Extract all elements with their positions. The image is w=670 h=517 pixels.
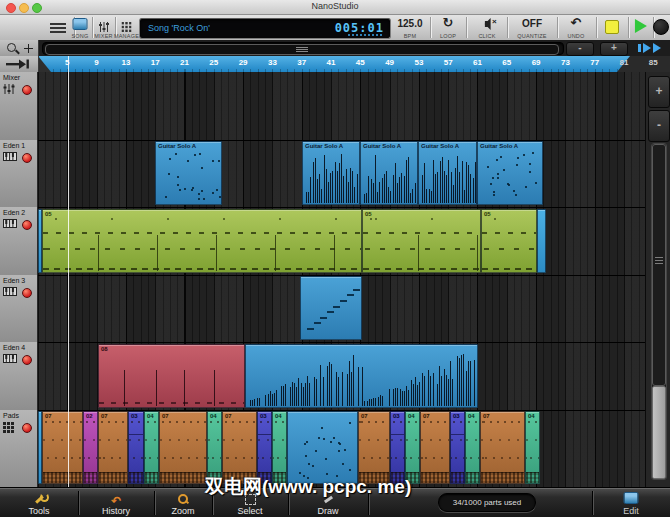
clip-04[interactable]: 04 <box>525 411 540 484</box>
clip-08[interactable]: 08 <box>98 344 245 408</box>
note-line <box>324 155 325 203</box>
clip-guitar-solo-a[interactable]: Guitar Solo A <box>155 141 222 205</box>
undo-button[interactable]: ↶ UNDO <box>558 15 594 40</box>
note-line <box>408 390 409 406</box>
pattern-mid-line <box>451 434 464 435</box>
clip-03[interactable]: 03 <box>128 411 144 484</box>
clip-guitar-solo-a[interactable]: Guitar Solo A <box>302 141 360 205</box>
track-header-eden-3[interactable]: Eden 3 <box>0 275 38 344</box>
clip-05[interactable]: 05 <box>362 209 481 273</box>
note-line <box>320 365 321 405</box>
midi-note-dot <box>179 189 181 191</box>
h-scrollbar-track[interactable] <box>42 42 564 55</box>
clip-05[interactable]: 05 <box>42 209 362 273</box>
clip-blue[interactable] <box>245 344 478 408</box>
clip-04[interactable]: 04 <box>144 411 159 484</box>
h-scrollbar-thumb[interactable] <box>45 44 559 55</box>
note-line <box>466 162 467 203</box>
note-line <box>457 356 458 405</box>
record-arm-button[interactable] <box>22 85 32 95</box>
note-step <box>307 328 314 330</box>
midi-note-dot <box>529 163 531 165</box>
midi-note-dot <box>490 183 492 185</box>
record-arm-button[interactable] <box>22 288 32 298</box>
clip-label: 04 <box>147 413 154 419</box>
clip-blue[interactable] <box>300 276 362 340</box>
clip-label: 07 <box>101 413 108 419</box>
clip-guitar-solo-a[interactable]: Guitar Solo A <box>418 141 477 205</box>
track-header-mixer[interactable]: Mixer <box>0 72 38 141</box>
note-line <box>470 174 471 203</box>
track-header-eden-2[interactable]: Eden 2 <box>0 207 38 276</box>
record-arm-button[interactable] <box>22 220 32 230</box>
track-header-pads[interactable]: Pads <box>0 410 38 489</box>
stop-button[interactable] <box>598 15 626 40</box>
v-zoom-out-button[interactable]: - <box>648 110 670 142</box>
clip-02[interactable]: 02 <box>83 411 98 484</box>
clip-guitar-solo-a[interactable]: Guitar Solo A <box>477 141 543 205</box>
note-line <box>379 182 380 203</box>
zoom-tool-cell[interactable] <box>0 40 39 57</box>
note-line <box>301 383 302 405</box>
note-line <box>352 171 353 203</box>
h-zoom-in-button[interactable]: + <box>600 42 628 56</box>
note-line <box>283 386 284 405</box>
v-scroll-column: + - <box>645 72 670 487</box>
play-button[interactable] <box>628 15 652 40</box>
clip-07[interactable]: 07 <box>98 411 128 484</box>
v-scrollbar-track[interactable] <box>651 143 667 480</box>
midi-note-dot <box>515 194 517 196</box>
tools-tool-button[interactable]: Tools <box>0 488 78 517</box>
h-zoom-out-button[interactable]: - <box>566 42 594 56</box>
clip-guitar-solo-a[interactable]: Guitar Solo A <box>360 141 418 205</box>
pattern-bottom-band <box>145 472 158 483</box>
note-line <box>281 386 282 405</box>
history-tool-button[interactable]: ↶History <box>78 488 154 517</box>
locator-cell[interactable] <box>0 56 39 72</box>
edit-button[interactable]: Edit <box>598 488 664 517</box>
clip-label: 04 <box>275 413 282 419</box>
clip-label: Guitar Solo A <box>480 143 518 149</box>
record-arm-button[interactable] <box>22 355 32 365</box>
note-line <box>470 361 471 406</box>
record-arm-button[interactable] <box>22 153 32 163</box>
clip-04[interactable]: 04 <box>465 411 480 484</box>
midi-note-dot <box>169 158 171 160</box>
note-line <box>399 177 400 203</box>
v-zoom-in-button[interactable]: + <box>648 76 670 108</box>
midi-note-dot <box>168 173 170 175</box>
clip-07[interactable]: 07 <box>42 411 83 484</box>
note-line <box>440 161 441 203</box>
note-line <box>388 187 389 203</box>
clip-label: 05 <box>45 211 52 217</box>
v-scrollbar-range[interactable] <box>652 144 666 386</box>
follow-playhead-button[interactable] <box>636 43 666 53</box>
manage-button[interactable]: MANAGE <box>115 15 138 40</box>
playhead[interactable] <box>68 56 69 487</box>
record-arm-button[interactable] <box>22 423 32 433</box>
note-line <box>332 171 333 203</box>
clip-label: 05 <box>365 211 372 217</box>
v-scrollbar-thumb[interactable] <box>652 386 666 479</box>
note-line <box>401 173 402 203</box>
note-line <box>270 391 271 406</box>
midi-note-dot <box>201 190 203 192</box>
clip-07[interactable]: 07 <box>159 411 207 484</box>
zoom-tool-button[interactable]: Zoom <box>154 488 212 517</box>
note-line <box>296 387 297 406</box>
pattern-dashes <box>482 210 536 272</box>
pattern-mid-line <box>391 434 404 435</box>
note-line <box>390 191 391 203</box>
record-button[interactable] <box>652 15 670 40</box>
track-header-eden-4[interactable]: Eden 4 <box>0 342 38 411</box>
track-header-eden-1[interactable]: Eden 1 <box>0 140 38 209</box>
clip-05[interactable]: 05 <box>481 209 537 273</box>
clip-07[interactable]: 07 <box>480 411 525 484</box>
note-line <box>276 390 277 406</box>
timeline-ruler[interactable]: 5913172125293337414549535761656973778185 <box>0 56 670 73</box>
arrangement-area[interactable]: Guitar Solo AGuitar Solo AGuitar Solo AG… <box>38 72 645 487</box>
midi-note-dot <box>487 166 489 168</box>
song-title-field[interactable]: Song 'Rock On' 005:01 <box>139 18 391 39</box>
clip-sliver[interactable] <box>537 209 546 273</box>
clip-label: 07 <box>361 413 368 419</box>
